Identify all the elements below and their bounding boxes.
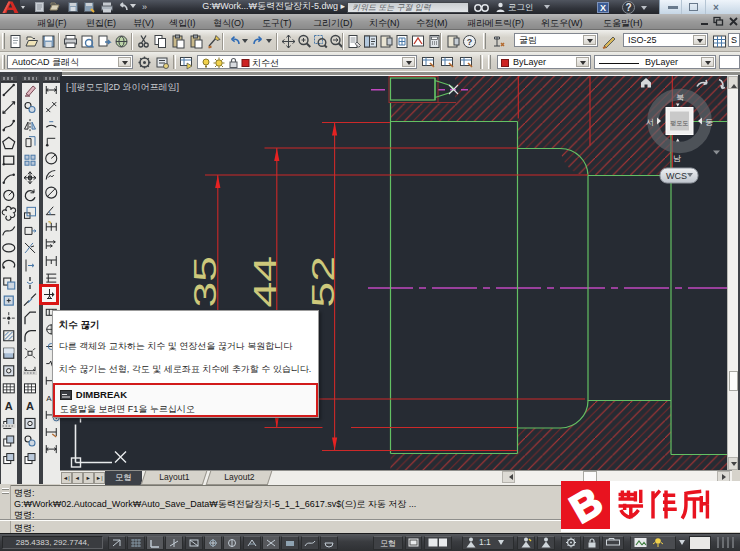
svg-text:35: 35 xyxy=(187,255,222,307)
svg-text:동: 동 xyxy=(705,117,713,126)
svg-text:A: A xyxy=(5,400,13,412)
svg-text:평모도: 평모도 xyxy=(671,119,689,126)
svg-text:A: A xyxy=(26,400,34,412)
svg-text:남: 남 xyxy=(673,153,681,162)
svg-text:북: 북 xyxy=(676,92,684,101)
svg-text:44: 44 xyxy=(247,255,282,307)
svg-text:?: ? xyxy=(467,37,473,47)
svg-text:서: 서 xyxy=(646,117,654,126)
svg-text:WCS: WCS xyxy=(666,171,687,181)
svg-text:[-][평모도][2D 와이어프레임]: [-][평모도][2D 와이어프레임] xyxy=(66,81,179,91)
svg-text:52: 52 xyxy=(305,255,340,307)
